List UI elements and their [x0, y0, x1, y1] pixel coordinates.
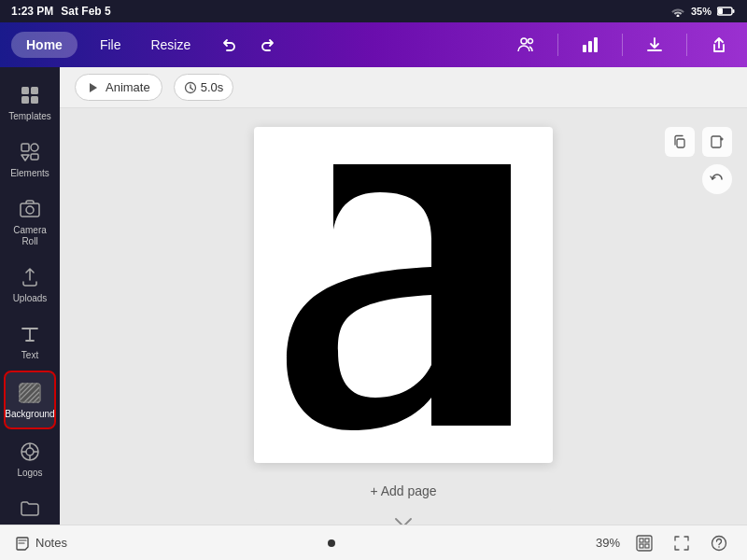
refresh-icon-button[interactable]	[702, 164, 732, 194]
sidebar-item-elements[interactable]: Elements	[4, 132, 56, 187]
svg-rect-11	[31, 96, 38, 104]
bottom-bar: Notes 39%	[0, 525, 747, 560]
svg-rect-15	[31, 154, 38, 160]
battery: 35%	[691, 6, 712, 17]
templates-label: Templates	[8, 111, 51, 122]
animate-label: Animate	[106, 80, 150, 94]
time-button[interactable]: 5.0s	[174, 74, 234, 101]
sidebar-item-camera-roll[interactable]: Camera Roll	[4, 189, 56, 255]
main-area: Templates Elements Camera Roll Uploads	[0, 67, 747, 525]
sidebar-item-logos[interactable]: Logos	[4, 431, 56, 486]
svg-rect-48	[640, 539, 643, 542]
svg-rect-8	[21, 87, 29, 94]
svg-point-17	[26, 206, 34, 214]
background-icon	[17, 380, 43, 406]
expand-icon-button[interactable]	[669, 530, 695, 556]
notes-button[interactable]: Notes	[15, 536, 67, 551]
undo-button[interactable]	[213, 28, 247, 62]
svg-rect-51	[645, 544, 649, 548]
elements-icon	[17, 139, 43, 165]
svg-rect-16	[21, 203, 39, 217]
wifi-icon	[670, 6, 685, 17]
camera-roll-label: Camera Roll	[7, 225, 52, 247]
toolbar: Home File Resize	[0, 22, 747, 67]
svg-line-40	[190, 88, 193, 90]
sidebar-item-background[interactable]: Background	[4, 371, 56, 429]
animate-button[interactable]: Animate	[75, 74, 162, 101]
folders-icon	[17, 496, 43, 522]
status-bar: 1:23 PM Sat Feb 5 35%	[0, 0, 747, 22]
time: 1:23 PM	[11, 5, 53, 18]
scroll-indicator[interactable]	[394, 517, 413, 525]
resize-button[interactable]: Resize	[143, 34, 198, 56]
help-icon-button[interactable]	[706, 530, 732, 556]
add-page-button[interactable]: + Add page	[254, 472, 553, 510]
notes-label: Notes	[35, 536, 67, 550]
svg-point-53	[718, 546, 720, 548]
share-icon-button[interactable]	[702, 28, 736, 62]
people-icon-button[interactable]	[509, 28, 543, 62]
svg-rect-7	[594, 37, 598, 52]
svg-rect-9	[31, 87, 38, 94]
time-label: 5.0s	[201, 80, 224, 94]
home-button[interactable]: Home	[11, 32, 78, 58]
svg-rect-2	[733, 9, 735, 13]
svg-point-29	[26, 448, 34, 455]
redo-button[interactable]	[250, 28, 284, 62]
sidebar-item-text[interactable]: Text	[4, 314, 56, 369]
canvas-area: Animate 5.0s	[60, 67, 747, 525]
letter-a-graphic	[268, 136, 539, 454]
svg-point-3	[521, 38, 527, 44]
svg-marker-14	[21, 155, 29, 161]
file-button[interactable]: File	[92, 34, 129, 56]
svg-rect-50	[640, 544, 643, 548]
copy-icon-button[interactable]	[665, 127, 695, 157]
svg-rect-6	[588, 41, 592, 52]
canvas-scroll[interactable]: + Add page	[60, 108, 747, 525]
svg-marker-37	[90, 83, 97, 92]
download-icon-button[interactable]	[638, 28, 671, 62]
uploads-icon	[17, 264, 43, 290]
svg-point-4	[529, 39, 533, 44]
svg-rect-41	[677, 139, 684, 147]
text-label: Text	[21, 350, 38, 361]
zoom-icon-button[interactable]	[631, 530, 657, 556]
logos-label: Logos	[17, 468, 42, 479]
sidebar-item-folders[interactable]: Folders	[4, 488, 56, 525]
sidebar-item-templates[interactable]: Templates	[4, 75, 56, 130]
svg-point-52	[712, 536, 726, 550]
notes-icon	[15, 536, 30, 551]
templates-icon	[17, 82, 43, 108]
page-canvas[interactable]	[254, 127, 553, 463]
svg-point-13	[31, 144, 38, 151]
text-icon	[17, 321, 43, 347]
elements-label: Elements	[10, 168, 49, 179]
uploads-label: Uploads	[13, 293, 48, 304]
sidebar: Templates Elements Camera Roll Uploads	[0, 67, 60, 525]
battery-icon	[717, 6, 736, 17]
svg-rect-49	[645, 539, 649, 542]
camera-roll-icon	[17, 196, 43, 222]
svg-rect-12	[21, 144, 29, 151]
sidebar-item-uploads[interactable]: Uploads	[4, 257, 56, 312]
svg-rect-10	[21, 96, 29, 104]
svg-rect-5	[583, 45, 586, 52]
page-indicator-dot	[328, 539, 335, 547]
animate-bar: Animate 5.0s	[60, 67, 747, 108]
date: Sat Feb 5	[61, 5, 110, 18]
chart-icon-button[interactable]	[573, 28, 607, 62]
canvas-float-icons	[665, 127, 732, 194]
svg-rect-42	[712, 136, 721, 147]
svg-rect-1	[718, 8, 723, 14]
logos-icon	[17, 439, 43, 465]
background-label: Background	[5, 409, 54, 420]
add-page-icon-button[interactable]	[702, 127, 732, 157]
zoom-level: 39%	[596, 536, 620, 550]
